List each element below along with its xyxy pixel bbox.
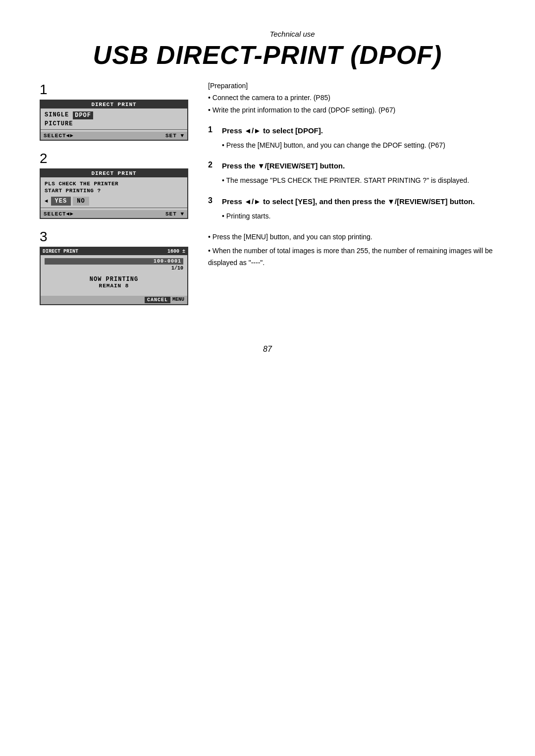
screen-1: DIRECT PRINT SINGLE DPOF PICTURE SELECT◄… [40, 100, 188, 141]
extra-note-1: Press the [MENU] button, and you can sto… [208, 231, 495, 243]
screen2-no: NO [73, 197, 89, 206]
screen-3: DIRECT PRINT 1600 ± 100-0001 1/10 NOW PR… [40, 247, 188, 305]
prep-label: [Preparation] [208, 82, 495, 90]
step-desc-3: Press ◄/► to select [YES], and then pres… [222, 196, 475, 207]
screen1-single: SINGLE [45, 111, 69, 119]
step-notes-3: Printing starts. [208, 211, 495, 221]
screen3-now-printing: NOW PRINTING [45, 276, 183, 283]
screen2-yes: YES [51, 197, 71, 206]
prep-item-1: Connect the camera to a printer. (P85) [208, 93, 495, 103]
step-note-1-1: Press the [MENU] button, and you can cha… [222, 140, 495, 151]
step-notes-1: Press the [MENU] button, and you can cha… [208, 140, 495, 151]
step-header-2: 2 Press the ▼/[REVIEW/SET] button. [208, 161, 495, 171]
screen1-title: DIRECT PRINT [41, 101, 187, 108]
screen3-res: 1600 ± [167, 249, 185, 254]
step-label-2: 2 [40, 151, 188, 166]
step-note-2-1: The message "PLS CHECK THE PRINTER. STAR… [222, 175, 495, 186]
page-number: 87 [40, 345, 495, 354]
page-title: USB DIRECT-PRINT (DPOF) [40, 40, 495, 70]
screen2-line2: START PRINTING ? [45, 187, 183, 194]
step-label-3: 3 [40, 229, 188, 245]
screen3-counter: 1/10 [45, 266, 183, 271]
preparation-section: [Preparation] Connect the camera to a pr… [208, 82, 495, 115]
page-container: Technical use USB DIRECT-PRINT (DPOF) 1 … [0, 0, 535, 756]
step-num-3: 3 [208, 196, 216, 205]
screen2-yes-no: ◄ YES NO [45, 197, 183, 206]
extra-notes: Press the [MENU] button, and you can sto… [208, 231, 495, 269]
screen1-picture: PICTURE [45, 120, 183, 127]
screen2-arrow: ◄ [45, 198, 48, 204]
screen3-title: DIRECT PRINT [43, 249, 78, 254]
step-item-1: 1 Press ◄/► to select [DPOF]. Press the … [208, 125, 495, 151]
step-num-2: 2 [208, 161, 216, 169]
screen1-options: SINGLE DPOF [45, 111, 183, 119]
step-label-1: 1 [40, 82, 188, 98]
screen1-select: SELECT◄► [44, 133, 74, 139]
prep-item-2: Write the print information to the card … [208, 105, 495, 115]
right-column: [Preparation] Connect the camera to a pr… [208, 82, 495, 315]
technical-use-label: Technical use [89, 30, 495, 38]
screen3-menu: MENU [172, 297, 184, 303]
screen2-set: SET ▼ [165, 211, 184, 217]
screen2-select: SELECT◄► [44, 211, 74, 217]
step-item-3: 3 Press ◄/► to select [YES], and then pr… [208, 196, 495, 221]
step-item-2: 2 Press the ▼/[REVIEW/SET] button. The m… [208, 161, 495, 186]
screen-2: DIRECT PRINT PLS CHECK THE PRINTER START… [40, 168, 188, 219]
screen3-folder: 100-0001 [45, 258, 183, 265]
screen3-bottom: CANCEL MENU [41, 296, 187, 304]
step-header-3: 3 Press ◄/► to select [YES], and then pr… [208, 196, 495, 207]
screen1-separator [41, 129, 187, 130]
screen3-remain: REMAIN 8 [45, 283, 183, 289]
step-header-1: 1 Press ◄/► to select [DPOF]. [208, 125, 495, 136]
step-desc-2: Press the ▼/[REVIEW/SET] button. [222, 161, 345, 171]
extra-note-2: When the number of total images is more … [208, 245, 495, 269]
screen2-line1: PLS CHECK THE PRINTER [45, 180, 183, 187]
prep-list: Connect the camera to a printer. (P85) W… [208, 93, 495, 115]
screen3-titlebar: DIRECT PRINT 1600 ± [41, 248, 187, 255]
screen1-set: SET ▼ [165, 133, 184, 139]
screen2-title: DIRECT PRINT [41, 169, 187, 177]
screen2-separator [41, 208, 187, 208]
screen1-bottom: SELECT◄► SET ▼ [41, 132, 187, 140]
step-note-3-1: Printing starts. [222, 211, 495, 221]
step-notes-2: The message "PLS CHECK THE PRINTER. STAR… [208, 175, 495, 186]
step-desc-1: Press ◄/► to select [DPOF]. [222, 125, 323, 136]
screen3-cancel: CANCEL [145, 297, 170, 303]
left-column: 1 DIRECT PRINT SINGLE DPOF PICTURE SELEC… [40, 82, 188, 315]
step-num-1: 1 [208, 125, 216, 134]
screen1-dpof: DPOF [73, 111, 93, 119]
content-area: 1 DIRECT PRINT SINGLE DPOF PICTURE SELEC… [40, 82, 495, 315]
screen2-bottom: SELECT◄► SET ▼ [41, 210, 187, 218]
